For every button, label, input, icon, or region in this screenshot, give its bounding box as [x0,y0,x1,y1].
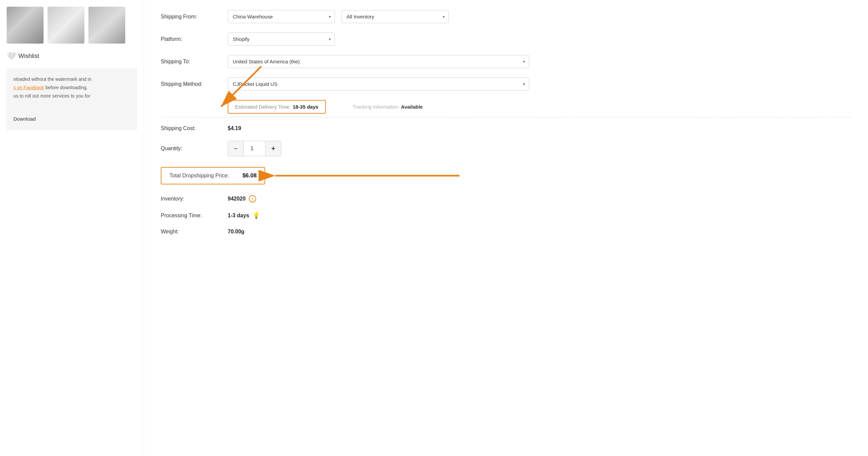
section-divider [161,117,851,117]
shipping-to-row: Shipping To: United States of America (t… [161,55,851,68]
quantity-label: Quantity: [161,145,228,151]
product-images [7,7,137,44]
inventory-value: 942020 [228,196,245,202]
shipping-to-label: Shipping To: [161,59,228,65]
processing-time-row: Processing Time: 1-3 days 💡 [161,212,851,219]
processing-time-label: Processing Time: [161,212,228,219]
overlay-text-1: nloaded without the watermark and in [13,77,91,82]
wishlist-button[interactable]: 🤍 Wishlist [7,52,137,60]
shipping-method-select[interactable]: CJPacket Liquid US CJPacket US ePacket D… [228,78,529,90]
platform-label: Platform: [161,36,228,42]
platform-row: Platform: Shopify WooCommerce eBay ▾ [161,32,851,46]
quantity-stepper[interactable]: − + [228,141,281,156]
wishlist-icon: 🤍 [7,52,16,60]
shipping-method-label: Shipping Method: [161,81,228,87]
overlay-text-2: before downloading. [45,85,88,90]
quantity-input[interactable] [244,145,265,151]
download-button[interactable]: Download [13,114,36,123]
product-thumb-2[interactable] [48,7,84,44]
shipping-from-row: Shipping From: China Warehouse US Wareho… [161,10,851,23]
inventory-value-wrapper: 942020 ! [228,195,851,202]
product-thumb-1[interactable] [7,7,43,44]
shipping-cost-value: $4.19 [228,125,241,131]
shipping-to-select-wrapper[interactable]: United States of America (the) United Ki… [228,55,529,68]
tracking-value: Available [401,104,423,110]
overlay-text-box: nloaded without the watermark and in s o… [7,68,137,130]
delivery-prefix: Estimated Delivery Time: [235,104,291,110]
inventory-label: Inventory: [161,196,228,202]
bulb-icon[interactable]: 💡 [252,212,260,219]
processing-value-wrapper: 1-3 days 💡 [228,212,851,219]
facebook-link[interactable]: s on Facebook [13,85,44,90]
shipping-from-label: Shipping From: [161,14,228,20]
total-price-label: Total Dropshipping Price: [169,173,229,179]
shipping-to-select[interactable]: United States of America (the) United Ki… [228,55,529,68]
quantity-decrease-button[interactable]: − [228,141,244,156]
overlay-text-3: us to roll out more services to you for [13,93,90,98]
shipping-method-row: Shipping Method: CJPacket Liquid US CJPa… [161,78,851,90]
inventory-row: Inventory: 942020 ! [161,195,851,202]
quantity-row: Quantity: − + [161,141,851,156]
all-inventory-select-wrapper[interactable]: All Inventory In Stock Only ▾ [342,10,449,23]
total-price-arrow [272,166,473,186]
total-price-section: Total Dropshipping Price: $6.08 [161,166,851,186]
tracking-label: Tracking Information: [352,104,400,110]
platform-select-wrapper[interactable]: Shopify WooCommerce eBay ▾ [228,32,335,46]
shipping-method-select-wrapper[interactable]: CJPacket Liquid US CJPacket US ePacket D… [228,78,529,90]
product-thumb-3[interactable] [88,7,125,44]
weight-row: Weight: 70.00g [161,229,851,235]
shipping-cost-label: Shipping Cost: [161,125,228,132]
delivery-time-box: Estimated Delivery Time: 18-35 days [228,100,326,114]
total-price-box: Total Dropshipping Price: $6.08 [161,167,265,184]
delivery-info-section: Estimated Delivery Time: 18-35 days Trac… [228,100,851,114]
shipping-from-select-wrapper[interactable]: China Warehouse US Warehouse EU Warehous… [228,10,335,23]
download-label: Download [13,116,36,122]
weight-value: 70.00g [228,229,244,234]
delivery-value: 18-35 days [293,104,318,110]
processing-time-value: 1-3 days [228,212,249,219]
shipping-cost-row: Shipping Cost: $4.19 [161,125,851,132]
wishlist-label: Wishlist [19,53,39,60]
all-inventory-select[interactable]: All Inventory In Stock Only [342,10,449,23]
quantity-increase-button[interactable]: + [265,141,281,156]
total-price-value: $6.08 [243,172,257,179]
shipping-from-select[interactable]: China Warehouse US Warehouse EU Warehous… [228,10,335,23]
platform-select[interactable]: Shopify WooCommerce eBay [228,32,335,46]
warning-icon[interactable]: ! [249,195,256,202]
weight-label: Weight: [161,229,228,235]
tracking-info: Tracking Information: Available [352,104,423,110]
